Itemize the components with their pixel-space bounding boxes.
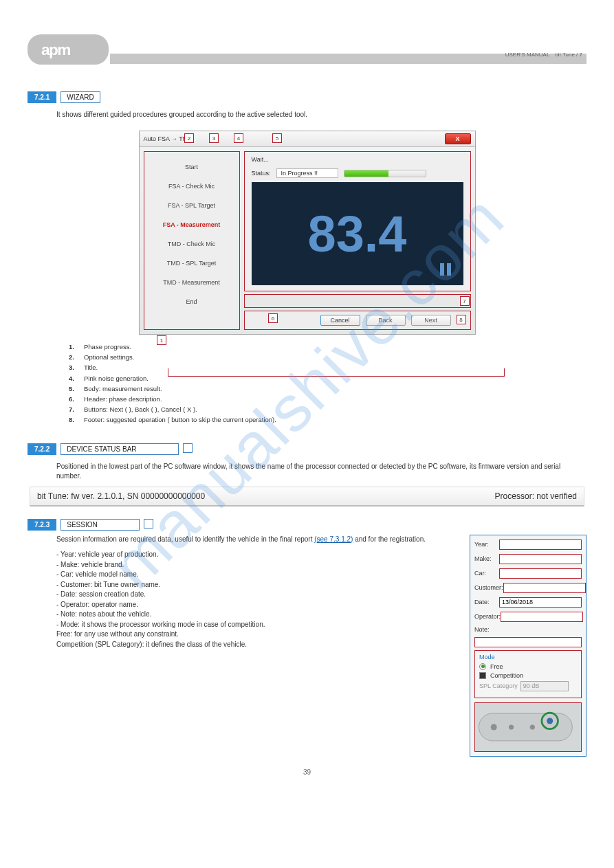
mode-box: Mode Free Competition SPL Category [474, 650, 582, 698]
header-bar: USER'S MANUAL bit Tune / 7 [110, 54, 586, 64]
car-diagram [474, 702, 582, 752]
callout-7: 7 [460, 296, 470, 306]
close-icon: X [455, 135, 459, 142]
nav-fsa-check-mic[interactable]: FSA - Check Mic [144, 177, 239, 196]
spl-category-label: SPL Category [479, 682, 518, 689]
svg-point-3 [547, 717, 553, 724]
status-label: Status: [252, 170, 271, 177]
session-panel: Year: Make: Car: Customer: Date: Operato… [470, 535, 586, 757]
note-input[interactable] [474, 637, 582, 647]
section-723-title: SESSION [61, 519, 139, 531]
mode-competition-row[interactable]: Competition [479, 672, 577, 679]
callout-1: 1 [157, 335, 166, 345]
svg-point-4 [509, 724, 514, 729]
apm-logo-svg: apm [36, 39, 100, 60]
status-left: bit Tune: fw ver. 2.1.0.1, SN 0000000000… [37, 491, 205, 501]
wizard-dialog: Auto FSA → TMD X Start FSA - Check Mic F… [139, 131, 476, 335]
section-722-accent [183, 443, 193, 453]
date-input[interactable] [499, 597, 582, 608]
pause-icon[interactable] [440, 263, 451, 276]
section-723-accent [144, 519, 153, 528]
year-label: Year: [474, 541, 499, 548]
nav-fsa-spl-target[interactable]: FSA - SPL Target [144, 196, 239, 215]
section-721-body: It shows different guided procedures gro… [28, 107, 586, 122]
callout-8: 8 [457, 315, 466, 324]
date-label: Date: [474, 599, 499, 605]
callout-6: 6 [268, 313, 278, 323]
footer-hint-box: 7 [244, 294, 471, 308]
mode-competition-label: Competition [490, 672, 523, 679]
svg-point-6 [491, 724, 497, 730]
section-722-body: Positioned in the lowest part of the PC … [28, 459, 586, 484]
make-input[interactable] [499, 554, 582, 564]
header-caption: USER'S MANUAL bit Tune / 7 [505, 52, 582, 58]
section-722-num: 7.2.2 [28, 443, 56, 455]
spl-value: 83.4 [307, 205, 406, 263]
callout-4: 4 [234, 133, 243, 143]
year-input[interactable] [499, 539, 582, 550]
button-row: Cancel Back Next 8 [244, 311, 471, 330]
make-label: Make: [474, 555, 499, 562]
section-723-body: Session information are required data, u… [28, 535, 456, 757]
radio-competition-icon [479, 672, 486, 679]
operator-input[interactable] [501, 612, 583, 622]
next-button[interactable]: Next [411, 315, 451, 326]
mode-title: Mode [479, 654, 577, 660]
cancel-button[interactable]: Cancel [320, 315, 360, 326]
wait-label: Wait... [252, 156, 463, 163]
dialog-close-button[interactable]: X [445, 133, 471, 144]
nav-tmd-measurement[interactable]: TMD - Measurement [144, 273, 239, 292]
device-status-bar: bit Tune: fw ver. 2.1.0.1, SN 0000000000… [30, 487, 584, 507]
section-723-header: 7.2.3 SESSION [28, 519, 586, 531]
apm-logo: apm [28, 34, 109, 65]
nav-end[interactable]: End [144, 292, 239, 311]
see-7312-link[interactable]: (see 7.3.1.2) [314, 535, 353, 543]
nav-start[interactable]: Start [144, 157, 239, 177]
svg-text:apm: apm [41, 41, 70, 58]
callout-2: 2 [184, 133, 194, 143]
car-input[interactable] [499, 568, 582, 579]
nav-tmd-check-mic[interactable]: TMD - Check Mic [144, 234, 239, 254]
status-value: In Progress !! [276, 168, 338, 178]
callout-3: 3 [209, 133, 219, 143]
nav-tmd-spl-target[interactable]: TMD - SPL Target [144, 254, 239, 273]
header-caption-right: bit Tune / 7 [555, 52, 582, 58]
note-label: Note: [474, 626, 513, 633]
operator-label: Operator: [474, 613, 501, 620]
status-right: Processor: not verified [495, 491, 577, 501]
callout-5: 5 [272, 133, 282, 143]
progress-bar [344, 170, 426, 177]
section-723-num: 7.2.3 [28, 519, 56, 531]
page-number: 39 [303, 768, 311, 776]
section-722-title: DEVICE STATUS BAR [61, 443, 178, 455]
nav-fsa-measurement[interactable]: FSA - Measurement [144, 215, 239, 234]
section-721-title: WIZARD [61, 91, 100, 103]
section-722-header: 7.2.2 DEVICE STATUS BAR [28, 443, 586, 455]
header-caption-left: USER'S MANUAL [505, 52, 550, 58]
spl-panel: 83.4 [252, 182, 463, 285]
back-button[interactable]: Back [366, 315, 406, 326]
wizard-sidebar: Start FSA - Check Mic FSA - SPL Target F… [144, 151, 240, 330]
frame-bottom [168, 368, 505, 377]
radio-free-icon [479, 663, 486, 670]
svg-point-5 [530, 724, 535, 729]
customer-label: Customer: [474, 584, 503, 591]
customer-input[interactable] [503, 583, 586, 593]
status-box: Wait... Status: In Progress !! 83.4 [244, 151, 471, 291]
mode-free-row[interactable]: Free [479, 663, 577, 670]
section-721-num: 7.2.1 [28, 91, 56, 103]
car-label: Car: [474, 570, 499, 577]
section-721-header: 7.2.1 WIZARD [28, 91, 586, 103]
spl-category-select[interactable] [520, 681, 569, 691]
mode-free-label: Free [490, 663, 503, 670]
callout-legend: 1.Phase progress. 2.Optional settings. 3… [69, 342, 545, 425]
